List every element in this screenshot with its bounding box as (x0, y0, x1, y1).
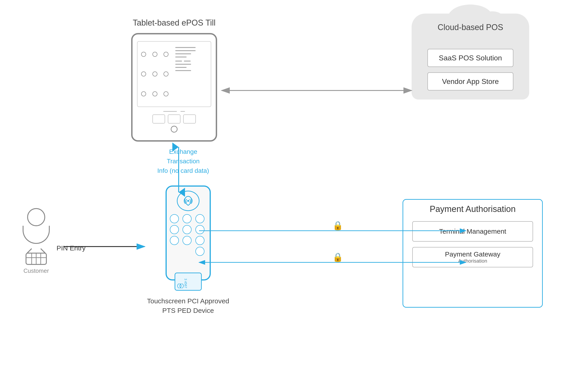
tablet-line (175, 67, 187, 68)
tablet-btn (168, 114, 180, 124)
cloud-box: Cloud-based POS SaaS POS Solution Vendor… (412, 14, 529, 100)
nfc-icon (180, 193, 196, 209)
ped-nfc-area (177, 191, 199, 211)
svg-point-9 (180, 284, 183, 288)
tablet-separator (180, 111, 185, 112)
ped-device: 3 4567 (165, 186, 211, 280)
ped-key (195, 214, 204, 223)
tablet-keypad-area (141, 45, 173, 103)
tablet-dot (152, 52, 157, 57)
customer-figure (22, 208, 50, 244)
tablet-btn (152, 114, 165, 124)
cloud-vendor-item: Vendor App Store (427, 72, 513, 90)
tablet-line (175, 47, 196, 48)
cloud-saas-item: SaaS POS Solution (427, 49, 513, 67)
svg-line-0 (27, 248, 32, 253)
tablet-separator (163, 111, 177, 112)
cloud-title: Cloud-based POS (438, 22, 503, 32)
payment-auth-title: Payment Authorisation (430, 204, 516, 214)
tablet-line (175, 60, 182, 62)
tablet-line (175, 54, 191, 54)
tablet-device (131, 33, 217, 142)
ped-label: Touchscreen PCI ApprovedPTS PED Device (147, 296, 229, 315)
tablet-line (175, 70, 191, 71)
customer-label: Customer (23, 267, 49, 274)
payment-gateway-item: Payment Gateway Authorisation (412, 247, 533, 267)
ped-area: 3 4567 Touchscreen PCI ApprovedPTS PED D… (147, 186, 229, 315)
tablet-line (175, 56, 187, 58)
ped-key (195, 225, 204, 234)
payment-auth-box: Payment Authorisation Terminal Managemen… (403, 199, 543, 308)
tablet-home-button (171, 126, 177, 132)
terminal-management-item: Terminal Management (412, 221, 533, 242)
ped-key (182, 236, 192, 245)
ped-keypad (170, 214, 206, 256)
ped-key (195, 247, 204, 256)
ped-card: 3 4567 (175, 272, 202, 291)
tablet-line (184, 60, 191, 62)
tablet-dot (141, 52, 146, 57)
tablet-line (175, 64, 191, 65)
exchange-label: Exchange TransactionInfo (no card data) (156, 147, 210, 176)
tablet-bottom (137, 109, 211, 124)
tablet-dot (163, 52, 168, 57)
tablet-area: Tablet-based ePOS Till (131, 18, 217, 142)
tablet-btn (183, 114, 196, 124)
tablet-dot (152, 92, 157, 96)
ped-key (170, 214, 179, 223)
svg-line-1 (41, 248, 45, 253)
tablet-dot (152, 72, 157, 76)
tablet-buttons (152, 114, 196, 124)
svg-point-7 (187, 200, 189, 202)
tablet-lines-area (175, 45, 207, 103)
lock-icon-1: 🔒 (332, 220, 343, 231)
tablet-dot (141, 92, 146, 96)
tablet-dot (141, 72, 146, 76)
diagram-container: Tablet-based ePOS Till (0, 0, 588, 392)
basket-icon (25, 248, 47, 266)
pin-entry-label: PIN Entry (56, 244, 85, 252)
ped-key (170, 236, 179, 245)
tablet-line (175, 50, 196, 51)
tablet-screen (137, 41, 211, 107)
lock-icon-2: 🔒 (332, 252, 343, 262)
customer-body (22, 226, 50, 244)
tablet-dot (163, 92, 168, 96)
customer-head (27, 208, 45, 226)
customer-area: Customer (22, 208, 50, 274)
tablet-label: Tablet-based ePOS Till (133, 18, 215, 28)
ped-key (182, 225, 192, 234)
tablet-dot (163, 72, 168, 76)
ped-key (170, 225, 179, 234)
ped-key (195, 236, 204, 245)
ped-key (182, 214, 192, 223)
